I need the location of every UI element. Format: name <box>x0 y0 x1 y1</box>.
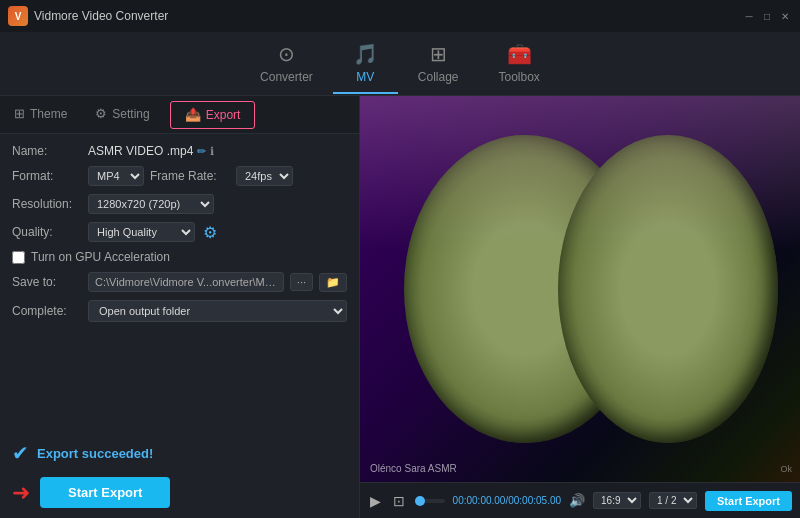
progress-dot <box>415 496 425 506</box>
main-content: ⊞ Theme ⚙ Setting 📤 Export Name: ASMR VI… <box>0 96 800 518</box>
time-display: 00:00:00.00/00:00:05.00 <box>453 495 561 506</box>
window-close-btn[interactable]: ✕ <box>778 9 792 23</box>
name-input-group: ASMR VIDEO .mp4 ✏ ℹ <box>88 144 214 158</box>
name-label: Name: <box>12 144 82 158</box>
top-nav: ⊙ Converter 🎵 MV ⊞ Collage 🧰 Toolbox <box>0 32 800 96</box>
red-arrow-icon: ➜ <box>12 480 30 506</box>
format-select[interactable]: MP4 MOV AVI <box>88 166 144 186</box>
video-canvas: Olénco Sara ASMR Ok <box>360 96 800 482</box>
save-dots-btn[interactable]: ··· <box>290 273 313 291</box>
app-logo: V <box>8 6 28 26</box>
start-export-btn-small[interactable]: Start Export <box>705 491 792 511</box>
complete-select[interactable]: Open output folder Do nothing <box>88 300 347 322</box>
name-row: Name: ASMR VIDEO .mp4 ✏ ℹ <box>12 144 347 158</box>
start-export-area: ➜ Start Export <box>0 473 359 518</box>
tab-setting[interactable]: ⚙ Setting <box>81 96 163 133</box>
toolbox-icon: 🧰 <box>507 42 532 66</box>
progress-bar[interactable] <box>415 499 445 503</box>
saveto-label: Save to: <box>12 275 82 289</box>
name-value: ASMR VIDEO .mp4 <box>88 144 193 158</box>
time-total: 00:00:05.00 <box>508 495 561 506</box>
theme-icon: ⊞ <box>14 106 25 121</box>
volume-icon[interactable]: 🔊 <box>569 493 585 508</box>
gpu-row: Turn on GPU Acceleration <box>12 250 347 264</box>
aspect-select[interactable]: 16:9 4:3 1:1 <box>593 492 641 509</box>
nav-toolbox-label: Toolbox <box>499 70 540 84</box>
titlebar-left: V Vidmore Video Converter <box>8 6 168 26</box>
window-minimize-btn[interactable]: ─ <box>742 9 756 23</box>
stop-btn[interactable]: ⊡ <box>391 491 407 511</box>
complete-label: Complete: <box>12 304 82 318</box>
window-maximize-btn[interactable]: □ <box>760 9 774 23</box>
resolution-select[interactable]: 1280x720 (720p) 1920x1080 (1080p) 640x48… <box>88 194 214 214</box>
collage-icon: ⊞ <box>430 42 447 66</box>
name-edit-icon[interactable]: ✏ <box>197 145 206 158</box>
framerate-label: Frame Rate: <box>150 169 230 183</box>
nav-converter[interactable]: ⊙ Converter <box>240 34 333 94</box>
app-title: Vidmore Video Converter <box>34 9 168 23</box>
tab-export-label: Export <box>206 108 241 122</box>
success-checkmark-icon: ✔ <box>12 441 29 465</box>
format-row: Format: MP4 MOV AVI Frame Rate: 24fps 30… <box>12 166 347 186</box>
export-success-text: Export succeeded! <box>37 446 153 461</box>
nav-collage[interactable]: ⊞ Collage <box>398 34 479 94</box>
subtab-bar: ⊞ Theme ⚙ Setting 📤 Export <box>0 96 359 134</box>
quality-row: Quality: High Quality Medium Quality Low… <box>12 222 347 242</box>
gpu-checkbox[interactable] <box>12 251 25 264</box>
complete-row: Complete: Open output folder Do nothing <box>12 300 347 322</box>
start-export-button[interactable]: Start Export <box>40 477 170 508</box>
saveto-row: Save to: C:\Vidmore\Vidmore V...onverter… <box>12 272 347 292</box>
export-form: Name: ASMR VIDEO .mp4 ✏ ℹ Format: MP4 MO… <box>0 134 359 433</box>
time-current: 00:00:00.00 <box>453 495 506 506</box>
video-preview: Olénco Sara ASMR Ok <box>360 96 800 482</box>
tab-export[interactable]: 📤 Export <box>170 101 256 129</box>
page-fraction-select[interactable]: 1 / 2 2 / 2 <box>649 492 697 509</box>
right-panel: Olénco Sara ASMR Ok ▶ ⊡ 00:00:00.00/00:0… <box>360 96 800 518</box>
converter-icon: ⊙ <box>278 42 295 66</box>
window-controls[interactable]: ─ □ ✕ <box>742 9 792 23</box>
save-folder-btn[interactable]: 📁 <box>319 273 347 292</box>
tab-theme[interactable]: ⊞ Theme <box>0 96 81 133</box>
play-btn[interactable]: ▶ <box>368 491 383 511</box>
left-panel: ⊞ Theme ⚙ Setting 📤 Export Name: ASMR VI… <box>0 96 360 518</box>
nav-mv-label: MV <box>356 70 374 84</box>
save-path: C:\Vidmore\Vidmore V...onverter\MV Expor… <box>88 272 284 292</box>
video-hands-overlay <box>360 96 800 482</box>
tab-theme-label: Theme <box>30 107 67 121</box>
export-icon: 📤 <box>185 107 201 122</box>
export-status: ✔ Export succeeded! <box>0 433 359 473</box>
resolution-row: Resolution: 1280x720 (720p) 1920x1080 (1… <box>12 194 347 214</box>
video-overlay-text: Olénco Sara ASMR <box>370 463 457 474</box>
resolution-label: Resolution: <box>12 197 82 211</box>
framerate-select[interactable]: 24fps 30fps 60fps <box>236 166 293 186</box>
setting-icon: ⚙ <box>95 106 107 121</box>
quality-gear-btn[interactable]: ⚙ <box>201 223 219 242</box>
titlebar: V Vidmore Video Converter ─ □ ✕ <box>0 0 800 32</box>
quality-select[interactable]: High Quality Medium Quality Low Quality <box>88 222 195 242</box>
nav-mv[interactable]: 🎵 MV <box>333 34 398 94</box>
quality-label: Quality: <box>12 225 82 239</box>
tab-setting-label: Setting <box>112 107 149 121</box>
gpu-label: Turn on GPU Acceleration <box>31 250 170 264</box>
name-info-icon[interactable]: ℹ <box>210 145 214 158</box>
nav-converter-label: Converter <box>260 70 313 84</box>
format-label: Format: <box>12 169 82 183</box>
video-watermark: Ok <box>780 464 792 474</box>
nav-toolbox[interactable]: 🧰 Toolbox <box>479 34 560 94</box>
video-controls: ▶ ⊡ 00:00:00.00/00:00:05.00 🔊 16:9 4:3 1… <box>360 482 800 518</box>
mv-icon: 🎵 <box>353 42 378 66</box>
nav-collage-label: Collage <box>418 70 459 84</box>
